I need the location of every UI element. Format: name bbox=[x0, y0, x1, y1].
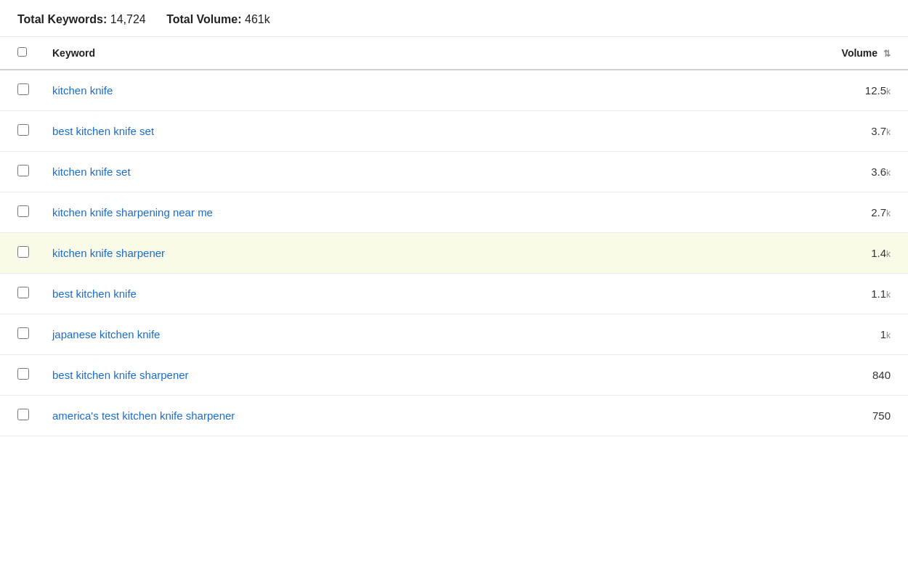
volume-cell: 840 bbox=[665, 355, 908, 396]
keyword-cell[interactable]: kitchen knife sharpening near me bbox=[35, 192, 665, 233]
row-checkbox[interactable] bbox=[17, 368, 29, 380]
keyword-link[interactable]: japanese kitchen knife bbox=[52, 328, 160, 340]
keyword-link[interactable]: kitchen knife bbox=[52, 84, 113, 97]
keyword-cell[interactable]: kitchen knife set bbox=[35, 152, 665, 192]
volume-cell: 1.4k bbox=[665, 233, 908, 274]
keyword-cell[interactable]: best kitchen knife bbox=[35, 274, 665, 314]
row-checkbox[interactable] bbox=[17, 409, 29, 420]
keyword-link[interactable]: kitchen knife sharpener bbox=[52, 247, 165, 259]
keyword-cell[interactable]: best kitchen knife set bbox=[35, 111, 665, 152]
row-checkbox-cell[interactable] bbox=[0, 355, 35, 396]
header-checkbox-cell[interactable] bbox=[0, 37, 35, 70]
row-checkbox[interactable] bbox=[17, 246, 29, 258]
keyword-link[interactable]: best kitchen knife sharpener bbox=[52, 369, 189, 381]
volume-cell: 3.6k bbox=[665, 152, 908, 192]
volume-suffix: k bbox=[886, 249, 891, 259]
keyword-link[interactable]: america's test kitchen knife sharpener bbox=[52, 409, 235, 422]
keyword-cell[interactable]: best kitchen knife sharpener bbox=[35, 355, 665, 396]
table-row: best kitchen knife sharpener840 bbox=[0, 355, 908, 396]
row-checkbox[interactable] bbox=[17, 287, 29, 298]
total-volume-value: 461k bbox=[245, 13, 270, 25]
row-checkbox-cell[interactable] bbox=[0, 274, 35, 314]
volume-cell: 2.7k bbox=[665, 192, 908, 233]
volume-cell: 1k bbox=[665, 314, 908, 355]
table-header-row: Keyword Volume ⇅ bbox=[0, 37, 908, 70]
keywords-table: Keyword Volume ⇅ kitchen knife12.5kbest … bbox=[0, 37, 908, 436]
row-checkbox-cell[interactable] bbox=[0, 152, 35, 192]
keyword-cell[interactable]: japanese kitchen knife bbox=[35, 314, 665, 355]
row-checkbox[interactable] bbox=[17, 327, 29, 339]
table-row: america's test kitchen knife sharpener75… bbox=[0, 396, 908, 436]
row-checkbox-cell[interactable] bbox=[0, 233, 35, 274]
keyword-cell[interactable]: america's test kitchen knife sharpener bbox=[35, 396, 665, 436]
row-checkbox-cell[interactable] bbox=[0, 111, 35, 152]
table-row: best kitchen knife set3.7k bbox=[0, 111, 908, 152]
volume-suffix: k bbox=[886, 290, 891, 300]
keyword-link[interactable]: kitchen knife set bbox=[52, 166, 131, 178]
total-volume-label: Total Volume: bbox=[166, 13, 241, 25]
table-row: kitchen knife set3.6k bbox=[0, 152, 908, 192]
keyword-link[interactable]: kitchen knife sharpening near me bbox=[52, 206, 213, 219]
row-checkbox[interactable] bbox=[17, 83, 29, 95]
volume-cell: 1.1k bbox=[665, 274, 908, 314]
volume-cell: 12.5k bbox=[665, 70, 908, 111]
row-checkbox-cell[interactable] bbox=[0, 396, 35, 436]
table-row: japanese kitchen knife1k bbox=[0, 314, 908, 355]
volume-column-header[interactable]: Volume ⇅ bbox=[665, 37, 908, 70]
volume-suffix: k bbox=[886, 168, 891, 178]
table-row: kitchen knife12.5k bbox=[0, 70, 908, 111]
keyword-link[interactable]: best kitchen knife bbox=[52, 287, 137, 300]
row-checkbox-cell[interactable] bbox=[0, 70, 35, 111]
volume-suffix: k bbox=[886, 127, 891, 137]
keyword-cell[interactable]: kitchen knife sharpener bbox=[35, 233, 665, 274]
row-checkbox-cell[interactable] bbox=[0, 314, 35, 355]
table-row: kitchen knife sharpening near me2.7k bbox=[0, 192, 908, 233]
row-checkbox-cell[interactable] bbox=[0, 192, 35, 233]
volume-suffix: k bbox=[886, 330, 891, 340]
volume-cell: 3.7k bbox=[665, 111, 908, 152]
table-row: kitchen knife sharpener1.4k bbox=[0, 233, 908, 274]
table-row: best kitchen knife1.1k bbox=[0, 274, 908, 314]
select-all-checkbox[interactable] bbox=[17, 47, 27, 57]
summary-bar: Total Keywords: 14,724 Total Volume: 461… bbox=[0, 0, 908, 37]
volume-suffix: k bbox=[886, 208, 891, 219]
keyword-column-header: Keyword bbox=[35, 37, 665, 70]
row-checkbox[interactable] bbox=[17, 205, 29, 217]
keyword-link[interactable]: best kitchen knife set bbox=[52, 125, 154, 137]
sort-icon: ⇅ bbox=[883, 49, 891, 59]
total-keywords-label: Total Keywords: bbox=[17, 13, 107, 25]
volume-cell: 750 bbox=[665, 396, 908, 436]
row-checkbox[interactable] bbox=[17, 124, 29, 136]
keyword-cell[interactable]: kitchen knife bbox=[35, 70, 665, 111]
total-keywords-value: 14,724 bbox=[110, 13, 146, 25]
volume-suffix: k bbox=[886, 86, 891, 97]
row-checkbox[interactable] bbox=[17, 165, 29, 176]
